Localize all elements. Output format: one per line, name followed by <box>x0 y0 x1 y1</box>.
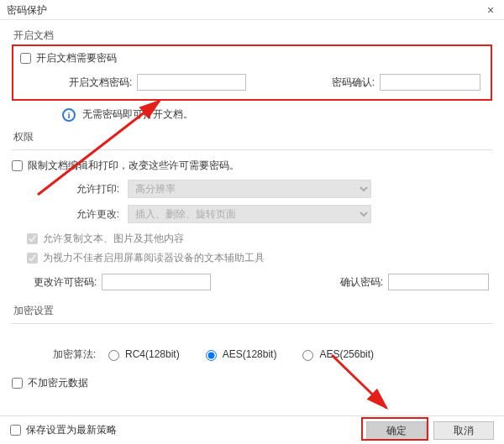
cancel-button[interactable]: 取消 <box>433 421 494 440</box>
enc-aes128-option[interactable]: AES(128bit) <box>202 347 277 361</box>
enc-aes256-radio[interactable] <box>302 350 313 361</box>
enc-rc4-label: RC4(128bit) <box>125 348 180 360</box>
open-password-label: 开启文档密码: <box>69 76 132 90</box>
group-enc-label: 加密设置 <box>13 304 492 318</box>
info-icon: i <box>62 108 76 122</box>
enc-aes256-option[interactable]: AES(256bit) <box>298 347 374 361</box>
screenreader-label: 为视力不佳者启用屏幕阅读器设备的文本辅助工具 <box>43 251 265 265</box>
allow-change-select[interactable]: 插入、删除、旋转页面 <box>128 205 371 223</box>
dialog-title: 密码保护 <box>7 0 47 20</box>
group-perm-label: 权限 <box>13 130 492 144</box>
no-encrypt-metadata-label: 不加密元数据 <box>28 376 88 390</box>
allow-change-label: 允许更改: <box>27 207 128 222</box>
enc-aes128-label: AES(128bit) <box>223 348 277 360</box>
enc-aes128-radio[interactable] <box>206 350 217 361</box>
save-policy-checkbox[interactable] <box>10 425 21 436</box>
highlight-open-section: 开启文档需要密码 开启文档密码: 密码确认: <box>12 44 492 101</box>
open-requires-password-checkbox[interactable] <box>20 53 31 64</box>
allow-print-label: 允许打印: <box>27 182 128 196</box>
enc-aes256-label: AES(256bit) <box>319 348 374 360</box>
ok-button[interactable]: 确定 <box>366 421 427 440</box>
perm-password-confirm-input[interactable] <box>388 274 489 290</box>
allow-copy-checkbox <box>27 233 38 244</box>
open-password-confirm-input[interactable] <box>380 74 480 91</box>
info-text: 无需密码即可打开文档。 <box>82 107 193 122</box>
algorithm-label: 加密算法: <box>12 347 104 362</box>
perm-password-confirm-label: 确认密码: <box>340 275 383 290</box>
enc-rc4-radio[interactable] <box>108 350 119 361</box>
restrict-edit-print-checkbox[interactable] <box>12 160 23 171</box>
close-icon[interactable]: × <box>484 0 497 20</box>
enc-rc4-option[interactable]: RC4(128bit) <box>104 347 180 361</box>
save-policy-label: 保存设置为最新策略 <box>26 423 117 437</box>
allow-copy-label: 允许复制文本、图片及其他内容 <box>43 232 184 246</box>
no-encrypt-metadata-checkbox[interactable] <box>12 378 23 389</box>
perm-password-input[interactable] <box>102 274 211 290</box>
open-requires-password-label: 开启文档需要密码 <box>36 51 117 65</box>
screenreader-checkbox <box>27 253 38 264</box>
allow-print-select[interactable]: 高分辨率 <box>128 180 371 198</box>
group-open-label: 开启文档 <box>13 29 492 43</box>
open-password-confirm-label: 密码确认: <box>332 76 375 90</box>
restrict-edit-print-label: 限制文档编辑和打印，改变这些许可需要密码。 <box>28 159 239 173</box>
perm-password-label: 更改许可密码: <box>34 275 97 290</box>
open-password-input[interactable] <box>137 74 246 91</box>
